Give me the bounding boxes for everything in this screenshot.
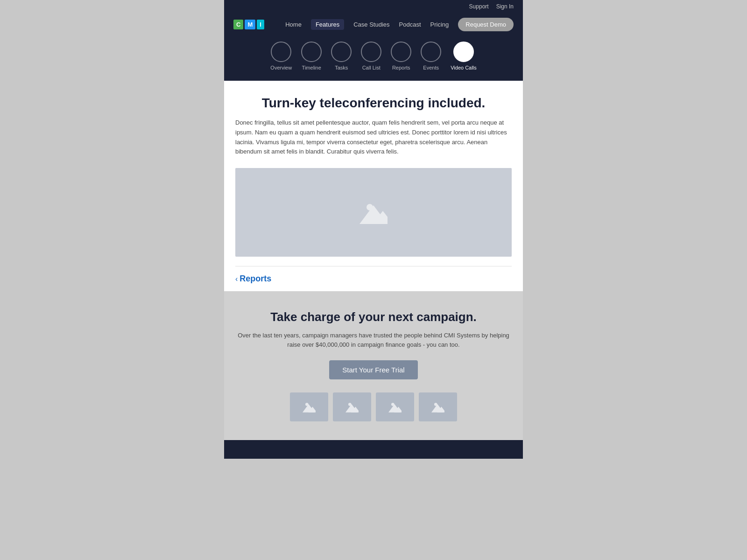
nav-features[interactable]: Features [311,19,344,30]
nav-links: Home Features Case Studies Podcast Prici… [285,18,514,31]
navbar: C M I Home Features Case Studies Podcast… [224,13,523,36]
tab-circle-overview [271,42,291,62]
top-bar: Support Sign In [224,0,523,13]
nav-pricing[interactable]: Pricing [430,21,449,28]
tab-label-timeline: Timeline [302,65,321,70]
tab-arrow-row [224,75,523,81]
thumbnail-1 [290,392,328,421]
tabs-strip-wrapper: Overview Timeline Tasks Call List Report… [224,36,523,81]
tab-timeline[interactable]: Timeline [301,42,322,75]
thumbnail-3 [376,392,414,421]
back-reports-link[interactable]: Reports [240,274,271,284]
footer-bar [224,440,523,459]
logo-c: C [233,20,243,29]
signin-link[interactable]: Sign In [496,3,514,10]
tab-label-events: Events [423,65,439,70]
tab-label-tasks: Tasks [335,65,348,70]
tab-label-reports: Reports [392,65,410,70]
nav-case-studies[interactable]: Case Studies [353,21,389,28]
tab-label-videocalls: Video Calls [451,65,476,70]
cta-body: Over the last ten years, campaign manage… [235,331,512,349]
logo-m: M [245,20,255,29]
back-chevron-icon: ‹ [235,275,238,283]
cta-title: Take charge of your next campaign. [235,310,512,324]
tab-active-arrow [499,75,510,81]
thumbnail-2 [333,392,371,421]
tab-circle-events [421,42,441,62]
tab-overview[interactable]: Overview [270,42,292,75]
logo: C M I [233,20,264,29]
nav-home[interactable]: Home [285,21,302,28]
nav-podcast[interactable]: Podcast [399,21,421,28]
section-body: Donec fringilla, tellus sit amet pellent… [235,118,512,157]
tab-events[interactable]: Events [421,42,441,75]
tabs-strip: Overview Timeline Tasks Call List Report… [224,36,523,75]
logo-i: I [257,20,264,29]
start-trial-button[interactable]: Start Your Free Trial [329,360,417,379]
tab-circle-calllist [361,42,381,62]
support-link[interactable]: Support [469,3,489,10]
cta-section: Take charge of your next campaign. Over … [224,291,523,440]
request-demo-button[interactable]: Request Demo [458,18,514,31]
tab-circle-tasks [331,42,352,62]
back-nav: ‹ Reports [235,266,512,291]
content-area: Turn-key teleconferencing included. Done… [224,81,523,291]
tab-videocalls[interactable]: Video Calls [451,42,476,75]
tab-label-overview: Overview [270,65,292,70]
feature-image-placeholder [235,168,512,257]
thumbnail-4 [419,392,457,421]
tab-circle-timeline [301,42,322,62]
tab-calllist[interactable]: Call List [361,42,381,75]
tab-label-calllist: Call List [362,65,381,70]
tab-circle-videocalls [453,42,474,62]
thumbnail-row [235,392,512,421]
tab-tasks[interactable]: Tasks [331,42,352,75]
section-title: Turn-key teleconferencing included. [235,96,512,111]
tab-circle-reports [391,42,411,62]
tab-reports[interactable]: Reports [391,42,411,75]
